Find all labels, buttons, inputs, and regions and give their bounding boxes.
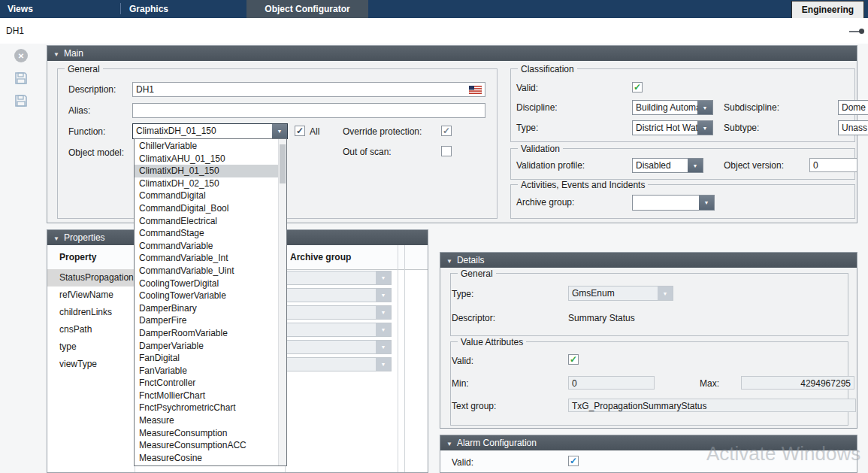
row-archive-group-select[interactable]	[286, 323, 392, 337]
dropdown-option[interactable]: MeasureConsumptionACC	[135, 439, 278, 452]
dropdown-option[interactable]: DamperRoomVariable	[135, 327, 278, 340]
row-archive-group-value	[287, 358, 376, 371]
min-input[interactable]: 0	[568, 376, 655, 390]
chevron-down-icon[interactable]	[658, 287, 673, 300]
scrollbar-thumb[interactable]	[280, 144, 286, 183]
alarm-panel-header[interactable]: Alarm Configuration	[440, 435, 857, 450]
dropdown-option[interactable]: FanVariable	[135, 365, 278, 377]
main-panel-header[interactable]: Main	[47, 46, 857, 61]
details-type-value: GmsEnum	[569, 287, 658, 300]
dropdown-option[interactable]: Measure	[135, 414, 278, 427]
chevron-down-icon[interactable]	[688, 159, 703, 172]
archive-group-select[interactable]	[632, 195, 715, 211]
language-flag-icon[interactable]	[469, 86, 482, 94]
chevron-down-icon[interactable]	[699, 196, 714, 210]
dropdown-option[interactable]: CommandVariable_Int	[135, 252, 278, 265]
override-protection-checkbox[interactable]	[441, 126, 452, 136]
dropdown-option[interactable]: CommandVariable_Uint	[135, 265, 278, 277]
dropdown-option[interactable]: MeasureConsumption	[135, 427, 278, 440]
row-archive-group-select[interactable]	[286, 271, 392, 285]
description-input[interactable]: DH1	[132, 82, 485, 97]
archive-group-label: Archive group:	[516, 197, 574, 208]
row-archive-group-select[interactable]	[286, 288, 392, 302]
dropdown-option[interactable]: FanDigital	[135, 352, 278, 365]
row-archive-group-value	[287, 271, 376, 284]
splitter-handle-icon[interactable]	[849, 31, 861, 32]
object-version-input[interactable]: 0	[809, 158, 857, 172]
dropdown-option[interactable]: CommandDigital_Bool	[135, 202, 278, 215]
dropdown-option[interactable]: DamperBinary	[135, 302, 278, 315]
dropdown-option[interactable]: CommandVariable	[135, 240, 278, 253]
column-header-property[interactable]: Property	[59, 245, 96, 269]
type-select[interactable]: District Hot Water	[632, 120, 713, 135]
dropdown-option[interactable]: CoolingTowerDigital	[135, 277, 278, 290]
save-button[interactable]	[14, 71, 28, 87]
alias-input[interactable]	[132, 103, 485, 118]
classification-valid-checkbox[interactable]	[632, 82, 643, 92]
property-name-cell[interactable]: type	[47, 338, 135, 356]
dropdown-option[interactable]: CommandStage	[135, 227, 278, 240]
details-panel-header[interactable]: Details	[440, 253, 857, 268]
subdiscipline-select[interactable]: Dome	[838, 100, 868, 115]
details-valid-checkbox[interactable]	[568, 354, 579, 365]
max-input[interactable]: 4294967295	[741, 376, 854, 390]
out-of-scan-checkbox[interactable]	[441, 146, 452, 156]
max-label: Max:	[700, 378, 719, 389]
text-group-input[interactable]: TxG_PropagationSummaryStatus	[568, 399, 856, 412]
alarm-valid-checkbox[interactable]	[568, 456, 579, 466]
discipline-select-value: Building Automation	[633, 101, 697, 114]
dropdown-option[interactable]: FnctPsychrometricChart	[135, 402, 278, 414]
dropdown-option[interactable]: ClimatixDH_01_150	[135, 165, 278, 177]
chevron-down-icon[interactable]	[376, 323, 391, 336]
text-group-value: TxG_PropagationSummaryStatus	[572, 401, 706, 411]
discard-button[interactable]	[14, 49, 28, 62]
classification-group-legend: Classification	[518, 64, 577, 74]
dropdown-option[interactable]: DamperVariable	[135, 340, 278, 353]
dropdown-options: ChillerVariable ClimatixAHU_01_150 Clima…	[135, 140, 278, 464]
function-select[interactable]: ClimatixDH_01_150	[132, 123, 288, 139]
dropdown-option[interactable]: CoolingTowerVariable	[135, 290, 278, 302]
chevron-down-icon[interactable]	[376, 358, 391, 371]
row-archive-group-select[interactable]	[286, 340, 392, 354]
dropdown-option[interactable]: ChillerVariable	[135, 140, 278, 153]
subtype-select[interactable]: Unass	[838, 120, 868, 135]
all-checkbox[interactable]	[295, 126, 305, 136]
dropdown-option[interactable]: ClimatixDH_02_150	[135, 177, 278, 190]
chevron-down-icon[interactable]	[376, 341, 391, 353]
chevron-down-icon[interactable]	[697, 121, 712, 135]
property-name-cell[interactable]: cnsPath	[47, 321, 135, 338]
tab-engineering[interactable]: Engineering	[791, 1, 864, 18]
property-name-cell[interactable]: viewType	[47, 356, 135, 373]
row-archive-group-select[interactable]	[286, 305, 392, 320]
chevron-down-icon[interactable]	[376, 271, 391, 284]
validation-profile-select[interactable]: Disabled	[632, 158, 703, 173]
top-nav-bar: Views Graphics Object Configurator Engin…	[0, 0, 868, 18]
dropdown-option[interactable]: DamperFire	[135, 314, 278, 327]
property-name-cell[interactable]: StatusPropagation.	[47, 269, 135, 287]
row-archive-group-value	[287, 306, 376, 319]
subtype-select-value: Unass	[839, 121, 868, 135]
chevron-down-icon[interactable]	[272, 124, 287, 138]
dropdown-option[interactable]: FnctMollierChart	[135, 390, 278, 402]
chevron-down-icon[interactable]	[376, 306, 391, 319]
dropdown-option[interactable]: CommandDigital	[135, 190, 278, 202]
save-all-button[interactable]	[14, 94, 28, 110]
chevron-down-icon[interactable]	[376, 289, 391, 302]
property-name-cell[interactable]: childrenLinks	[47, 304, 135, 321]
discipline-select[interactable]: Building Automation	[632, 100, 713, 115]
dropdown-option[interactable]: FnctController	[135, 377, 278, 390]
chevron-down-icon[interactable]	[697, 101, 712, 114]
nav-views[interactable]: Views	[8, 4, 33, 14]
dropdown-option[interactable]: CommandElectrical	[135, 215, 278, 228]
alarm-configuration-panel: Alarm Configuration Valid:	[440, 435, 857, 473]
dropdown-scrollbar[interactable]	[278, 139, 286, 465]
property-name-cell[interactable]: refViewName	[47, 287, 135, 304]
dropdown-option[interactable]: MeasureCosine	[135, 452, 278, 465]
column-header-archive-group[interactable]: Archive group	[290, 245, 351, 269]
tab-object-configurator[interactable]: Object Configurator	[246, 0, 368, 18]
row-archive-group-value	[287, 323, 376, 336]
dropdown-option[interactable]: ClimatixAHU_01_150	[135, 153, 278, 165]
nav-graphics[interactable]: Graphics	[129, 4, 168, 14]
details-type-select[interactable]: GmsEnum	[568, 286, 673, 301]
row-archive-group-select[interactable]	[286, 357, 392, 371]
